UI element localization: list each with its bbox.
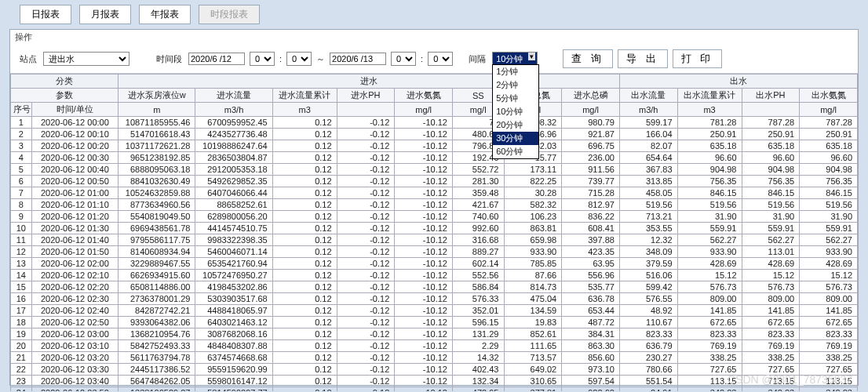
hdr-c8: 进水总磷	[562, 89, 620, 103]
table-row: 172020-06-12 02:40842872742.214488418065…	[11, 305, 858, 317]
unit-m3h: m3/h	[619, 103, 677, 117]
table-row: 42020-06-12 00:309651238192.852836503804…	[11, 152, 858, 164]
table-row: 32020-06-12 00:2010371172621.28101988862…	[11, 140, 858, 152]
table-row: 222020-06-12 03:302445117386.52955915962…	[11, 364, 858, 376]
site-select[interactable]: 进出水	[43, 52, 129, 66]
table-row: 112020-06-12 01:409795586117.75998332239…	[11, 234, 858, 246]
print-button[interactable]: 打 印	[673, 49, 723, 68]
hdr-cat: 分类	[11, 74, 119, 89]
table-row: 242020-06-12 03:501338106529.27581459909…	[11, 387, 858, 392]
interval-option[interactable]: 20分钟	[493, 118, 538, 132]
table-row: 232020-06-12 03:405647484262.05559801614…	[11, 376, 858, 387]
table-row: 52020-06-12 00:406888095063.182912005353…	[11, 164, 858, 176]
tab-monthly[interactable]: 月报表	[79, 5, 131, 24]
interval-option[interactable]: 60分钟	[493, 145, 538, 158]
table-row: 142020-06-12 02:106626934915.60105724769…	[11, 270, 858, 281]
min-to[interactable]: 0	[428, 52, 453, 66]
interval-option[interactable]: 30分钟	[493, 132, 538, 145]
unit-m3: m3	[677, 103, 742, 117]
hour-from[interactable]: 0	[250, 52, 275, 66]
table-row: 92020-06-12 01:205540819049.506289800056…	[11, 211, 858, 223]
hdr-c11: 出水PH	[742, 89, 800, 103]
range-label: 时间段	[156, 53, 182, 65]
hdr-out: 出水	[619, 74, 857, 89]
export-button[interactable]: 导 出	[618, 49, 668, 68]
frame-title: 操作	[10, 30, 858, 45]
hdr-c4: 进水PH	[337, 89, 395, 103]
table-row: 22020-06-12 00:105147016618.434243527736…	[11, 129, 858, 140]
unit-m3: m3	[272, 103, 337, 117]
interval-dropdown-list[interactable]: 1分钟2分钟5分钟10分钟20分钟30分钟60分钟	[492, 64, 539, 159]
unit-m: m	[119, 103, 195, 117]
table-row: 72020-06-12 01:0010524632859.88640704606…	[11, 187, 858, 199]
tab-daily[interactable]: 日报表	[20, 5, 71, 24]
table-row: 102020-06-12 01:306969438561.78441457451…	[11, 223, 858, 234]
table-row: 132020-06-12 02:003229889467.55653542176…	[11, 258, 858, 270]
table-row: 12020-06-12 00:0010871185955.46670095995…	[11, 117, 858, 129]
site-label: 站点	[20, 53, 37, 65]
date-to[interactable]	[330, 53, 386, 65]
hdr-c1: 进水泵房液位w	[119, 89, 195, 103]
date-from[interactable]	[188, 53, 245, 65]
table-row: 62020-06-12 00:508841032630.495492629852…	[11, 176, 858, 187]
hdr-idx: 序号	[11, 103, 32, 117]
table-row: 212020-06-12 03:205611763794.78637457466…	[11, 352, 858, 364]
data-table: 分类 进水 出水 参数 进水泵房液位w 进水流量 进水流量累计 进水PH 进水氨…	[10, 74, 858, 391]
table-row: 82020-06-12 01:108773634960.5688658252.6…	[11, 199, 858, 211]
table-row: 202020-06-12 03:105842752493.33484840830…	[11, 340, 858, 352]
query-button[interactable]: 查 询	[563, 49, 613, 68]
hdr-c10: 出水流量累计	[677, 89, 742, 103]
control-row: 站点 进出水 时间段 0 : 0 ～ 0 : 0 间隔 10分钟 1分钟2分钟5…	[10, 45, 858, 74]
table-row: 122020-06-12 01:508140608934.94546004607…	[11, 246, 858, 258]
hdr-c2: 进水流量	[195, 89, 272, 103]
hour-to[interactable]: 0	[391, 52, 416, 66]
interval-option[interactable]: 10分钟	[493, 105, 538, 118]
interval-option[interactable]: 1分钟	[493, 65, 538, 78]
table-row: 192020-06-12 03:001368210954.76308768206…	[11, 328, 858, 340]
unit-mgl: mg/l	[395, 103, 453, 117]
table-row: 162020-06-12 02:302736378001.29530390351…	[11, 293, 858, 305]
hdr-in: 进水	[119, 74, 620, 89]
hdr-param: 参数	[11, 89, 119, 103]
hdr-c5: 进水氨氮	[395, 89, 453, 103]
unit-mgl: mg/l	[800, 103, 858, 117]
unit-mgl: mg/l	[562, 103, 620, 117]
tab-yearly[interactable]: 年报表	[139, 5, 191, 24]
min-from[interactable]: 0	[286, 52, 312, 66]
unit-m3h: m3/h	[195, 103, 272, 117]
table-row: 182020-06-12 02:509393064382.06640302146…	[11, 317, 858, 328]
tab-period[interactable]: 时段报表	[199, 5, 260, 24]
hdr-c3: 进水流量累计	[272, 89, 337, 103]
interval-label: 间隔	[469, 53, 486, 65]
hdr-time: 时间/单位	[31, 103, 119, 117]
hdr-c9: 出水流量	[619, 89, 677, 103]
hdr-c12: 出水氨氮	[800, 89, 858, 103]
table-row: 152020-06-12 02:206508114886.00419845320…	[11, 281, 858, 293]
interval-option[interactable]: 2分钟	[493, 78, 538, 92]
interval-option[interactable]: 5分钟	[493, 92, 538, 105]
